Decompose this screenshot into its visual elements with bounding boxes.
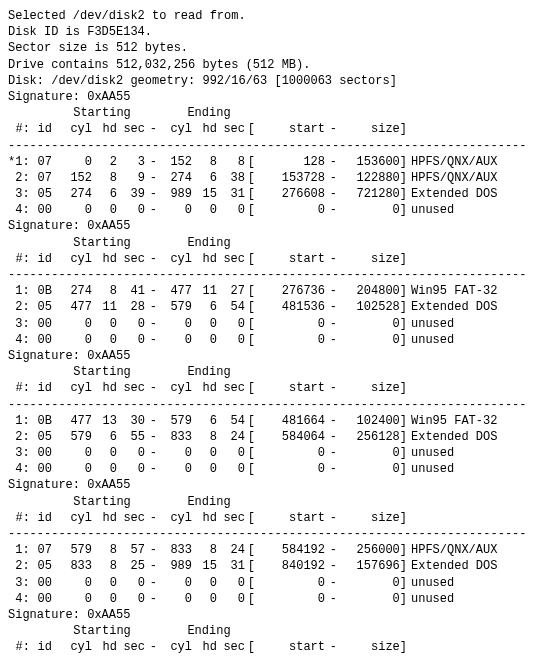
starting-label: Starting [52, 494, 152, 510]
column-header: #:idcylhdsec-cylhdsec[start-size] [8, 510, 535, 526]
partition-row: 2:05579655-833824[584064-256128]Extended… [8, 429, 535, 445]
partition-type: unused [407, 445, 454, 461]
divider-line: ----------------------------------------… [8, 138, 535, 154]
starting-label: Starting [52, 235, 152, 251]
partition-type: HPFS/QNX/AUX [407, 542, 497, 558]
starting-label: Starting [52, 623, 152, 639]
column-header-groups: StartingEnding [8, 364, 535, 380]
ending-label: Ending [164, 364, 254, 380]
column-header: #:idcylhdsec-cylhdsec[start-size] [8, 251, 535, 267]
partition-row: 2:054771128-579654[481536-102528]Extende… [8, 299, 535, 315]
info-diskid: Disk ID is F3D5E134. [8, 24, 535, 40]
ending-label: Ending [164, 105, 254, 121]
partition-type: unused [407, 591, 454, 607]
partition-type: unused [407, 202, 454, 218]
ending-label: Ending [164, 623, 254, 639]
partition-type: unused [407, 332, 454, 348]
partition-row: 1:0B4771330-579654[481664-102400]Win95 F… [8, 413, 535, 429]
signature-line: Signature: 0xAA55 [8, 218, 535, 234]
partition-row: 4:00000-000[0-0]unused [8, 461, 535, 477]
divider-line: ----------------------------------------… [8, 397, 535, 413]
divider-line: ----------------------------------------… [8, 267, 535, 283]
signature-line: Signature: 0xAA55 [8, 477, 535, 493]
partition-row: 2:0715289-274638[153728-122880]HPFS/QNX/… [8, 170, 535, 186]
partition-type: HPFS/QNX/AUX [407, 170, 497, 186]
signature-line: Signature: 0xAA55 [8, 348, 535, 364]
info-selected: Selected /dev/disk2 to read from. [8, 8, 535, 24]
column-header: #:idcylhdsec-cylhdsec[start-size] [8, 639, 535, 655]
partition-row: 4:00000-000[0-0]unused [8, 202, 535, 218]
partition-row: 4:00000-000[0-0]unused [8, 332, 535, 348]
starting-label: Starting [52, 364, 152, 380]
partition-type: Win95 FAT-32 [407, 283, 497, 299]
partition-type: unused [407, 575, 454, 591]
partition-type: HPFS/QNX/AUX [407, 154, 497, 170]
partition-row: 3:00000-000[0-0]unused [8, 575, 535, 591]
partition-row: 3:00000-000[0-0]unused [8, 445, 535, 461]
partition-row: 4:00000-000[0-0]unused [8, 591, 535, 607]
ending-label: Ending [164, 235, 254, 251]
column-header-groups: StartingEnding [8, 105, 535, 121]
ending-label: Ending [164, 494, 254, 510]
partition-row: 2:05833825-9891531[840192-157696]Extende… [8, 558, 535, 574]
partition-type: Extended DOS [407, 299, 497, 315]
partition-type: Extended DOS [407, 558, 497, 574]
partition-row: *1:07023-15288[128-153600]HPFS/QNX/AUX [8, 154, 535, 170]
column-header: #:idcylhdsec-cylhdsec[start-size] [8, 380, 535, 396]
partition-type: Win95 FAT-32 [407, 413, 497, 429]
partition-type: Extended DOS [407, 186, 497, 202]
terminal-output: Selected /dev/disk2 to read from.Disk ID… [8, 8, 535, 657]
column-header-groups: StartingEnding [8, 494, 535, 510]
starting-label: Starting [52, 105, 152, 121]
partition-row: 1:0B274841-4771127[276736-204800]Win95 F… [8, 283, 535, 299]
column-header: #:idcylhdsec-cylhdsec[start-size] [8, 121, 535, 137]
disk-geometry: Disk: /dev/disk2 geometry: 992/16/63 [10… [8, 73, 535, 89]
signature-line: Signature: 0xAA55 [8, 607, 535, 623]
partition-type: unused [407, 461, 454, 477]
partition-row: 3:00000-000[0-0]unused [8, 316, 535, 332]
column-header-groups: StartingEnding [8, 235, 535, 251]
column-header-groups: StartingEnding [8, 623, 535, 639]
divider-line: ----------------------------------------… [8, 526, 535, 542]
partition-row: 3:05274639-9891531[276608-721280]Extende… [8, 186, 535, 202]
info-sector: Sector size is 512 bytes. [8, 40, 535, 56]
partition-type: unused [407, 316, 454, 332]
signature-line: Signature: 0xAA55 [8, 89, 535, 105]
info-drive: Drive contains 512,032,256 bytes (512 MB… [8, 57, 535, 73]
partition-type: Extended DOS [407, 429, 497, 445]
partition-row: 1:07579857-833824[584192-256000]HPFS/QNX… [8, 542, 535, 558]
